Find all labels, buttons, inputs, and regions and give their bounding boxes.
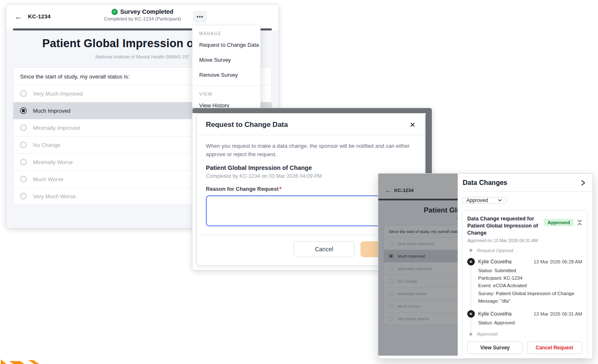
approved-timestamp: Approved on 13 Mar 2026 06:31 AM bbox=[467, 238, 582, 243]
detail-line: Status: Submitted bbox=[478, 267, 582, 274]
modal-backdrop bbox=[193, 108, 432, 113]
entry-name: Kylie Couvelha bbox=[478, 259, 530, 265]
detail-line: Participant: KC-1234 bbox=[478, 274, 582, 282]
chevron-right-icon[interactable] bbox=[579, 179, 587, 187]
close-icon[interactable]: ✕ bbox=[410, 121, 416, 129]
timeline: Request Opened K Kylie Couvelha 13 Mar 2… bbox=[467, 248, 582, 336]
radio-icon[interactable] bbox=[20, 124, 27, 131]
detail-line: Message: "dfa" bbox=[478, 297, 582, 305]
radio-icon[interactable] bbox=[20, 107, 27, 114]
data-changes-panel: Data Changes Approved Data Change reques… bbox=[462, 174, 593, 359]
timeline-milestone: Approved bbox=[467, 331, 582, 336]
milestone-label: Approved bbox=[477, 331, 497, 336]
dimmed-survey-preview: ← KC-1234 Patient Global Impression of C… bbox=[378, 174, 458, 356]
cancel-request-button[interactable]: Cancel Request bbox=[527, 341, 583, 354]
context-menu: MANAGE Request to Change DataMove Survey… bbox=[192, 25, 261, 109]
detail-line: Survey: Patient Global Impression of Cha… bbox=[478, 290, 582, 297]
radio-icon[interactable] bbox=[20, 193, 27, 200]
modal-title: Request to Change Data bbox=[206, 121, 288, 129]
logo-mark bbox=[1, 359, 43, 364]
menu-item[interactable]: Request to Change Data bbox=[193, 37, 260, 52]
menu-item[interactable]: View History bbox=[193, 98, 260, 109]
cancel-button[interactable]: Cancel bbox=[294, 241, 355, 257]
entry-details: Status: Submitted Participant: KC-1234 E… bbox=[478, 267, 582, 305]
detail-line: Status: Approved bbox=[478, 319, 582, 326]
data-changes-window: ← KC-1234 Patient Global Impression of C… bbox=[378, 173, 593, 359]
check-circle-icon: ✓ bbox=[111, 9, 118, 15]
data-change-card: Data Change requested for Patient Global… bbox=[462, 210, 588, 359]
collapse-icon[interactable] bbox=[577, 220, 582, 225]
option-label: Much Worse bbox=[33, 176, 63, 182]
entry-name: Kylie Couvelha bbox=[478, 311, 530, 317]
timeline-milestone: Request Opened bbox=[467, 248, 582, 253]
status-badge: Approved bbox=[544, 219, 574, 226]
entry-timestamp: 13 Mar 2026 06:28 AM bbox=[534, 259, 582, 264]
avatar: K bbox=[467, 310, 475, 318]
dim-overlay bbox=[378, 174, 458, 356]
timeline-entry: K Kylie Couvelha 13 Mar 2026 06:28 AM bbox=[467, 258, 582, 265]
status-filter-dropdown[interactable]: Approved bbox=[462, 197, 507, 204]
option-label: Minimally Improved bbox=[33, 125, 80, 131]
status-title: Survey Completed bbox=[120, 8, 173, 15]
reason-label-text: Reason for Change Request bbox=[206, 186, 279, 192]
milestone-label: Request Opened bbox=[477, 248, 513, 253]
participant-id: KC-1234 bbox=[28, 13, 51, 20]
radio-icon[interactable] bbox=[20, 159, 27, 165]
survey-status: ✓ Survey Completed Completed by KC-1234 … bbox=[80, 8, 205, 21]
option-label: No Change bbox=[33, 142, 61, 148]
back-arrow-icon[interactable]: ← bbox=[15, 13, 22, 20]
filter-value: Approved bbox=[466, 197, 488, 203]
more-options-button[interactable]: ••• bbox=[193, 11, 207, 22]
menu-section-manage: MANAGE bbox=[193, 25, 260, 37]
timeline-dot bbox=[469, 249, 472, 252]
entry-details: Status: Approved bbox=[478, 319, 582, 326]
menu-section-view: VIEW bbox=[193, 86, 260, 98]
option-label: Very Much Worse bbox=[33, 193, 76, 200]
menu-item[interactable]: Remove Survey bbox=[193, 67, 260, 82]
option-label: Minimally Worse bbox=[33, 159, 73, 165]
required-asterisk: * bbox=[279, 186, 281, 192]
chevron-down-icon bbox=[497, 198, 502, 203]
modal-survey-name: Patient Global Impression of Change bbox=[206, 164, 416, 171]
timeline-dot bbox=[469, 333, 472, 336]
card-title: Data Change requested for Patient Global… bbox=[467, 215, 540, 237]
status-subtitle: Completed by KC-1234 (Participant) bbox=[80, 16, 205, 21]
option-label: Much Improved bbox=[33, 108, 71, 114]
radio-icon[interactable] bbox=[20, 176, 27, 182]
radio-icon[interactable] bbox=[20, 90, 27, 97]
timeline-entry: K Kylie Couvelha 13 Mar 2026 06:31 AM bbox=[467, 310, 582, 318]
view-items: View History bbox=[193, 98, 260, 109]
entry-timestamp: 13 Mar 2026 06:31 AM bbox=[534, 311, 582, 316]
detail-line: Event: eCOA Activated bbox=[478, 282, 582, 289]
view-survey-button[interactable]: View Survey bbox=[467, 341, 523, 354]
modal-description: When you request to make a data change, … bbox=[206, 142, 416, 158]
menu-item[interactable]: Move Survey bbox=[193, 52, 260, 67]
option-label: Very Much Improved bbox=[33, 91, 83, 97]
radio-icon[interactable] bbox=[20, 142, 27, 148]
panel-title: Data Changes bbox=[463, 179, 507, 187]
avatar: K bbox=[467, 258, 475, 265]
manage-items: Request to Change DataMove SurveyRemove … bbox=[193, 37, 260, 82]
